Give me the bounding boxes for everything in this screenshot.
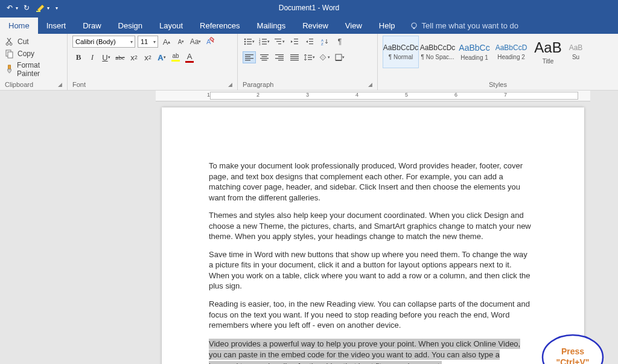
ruler-tick: 1 [207,92,210,98]
window-title: Document1 - Word [279,4,339,12]
page[interactable]: To make your document look professionall… [162,107,584,364]
font-family-select[interactable]: Calibri (Body)▾ [72,36,135,48]
superscript-button[interactable]: x2 [142,51,154,63]
paragraph-5-selected[interactable]: Video provides a powerful way to help yo… [209,339,520,364]
svg-point-10 [244,39,246,40]
callout-line1: Press [549,346,596,357]
bullets-button[interactable]: ▾ [243,36,256,48]
format-painter-button[interactable]: Format Painter [5,60,62,79]
underline-button[interactable]: U▾ [100,51,112,63]
borders-button[interactable]: ▾ [333,51,346,63]
callout-line2: "Ctrl+V" [549,357,596,365]
svg-rect-47 [290,58,299,59]
tab-home[interactable]: Home [0,18,38,34]
svg-rect-21 [262,43,267,44]
undo-button[interactable]: ↶ [4,2,16,14]
svg-rect-6 [8,52,13,58]
svg-rect-2 [413,28,415,29]
style-heading-2[interactable]: AaBbCcDHeading 2 [493,36,529,68]
show-hide-button[interactable]: ¶ [333,36,346,48]
style-no-spacing[interactable]: AaBbCcDc¶ No Spac... [419,36,456,68]
align-center-button[interactable] [258,51,271,63]
tab-layout[interactable]: Layout [151,18,191,34]
align-right-button[interactable] [273,51,286,63]
tab-mailings[interactable]: Mailings [249,18,295,34]
style-subtitle[interactable]: AaBSu [567,36,585,68]
svg-point-14 [244,43,246,45]
ruler-tick: 4 [355,92,358,98]
tab-view[interactable]: View [337,18,371,34]
redo-button[interactable]: ↻ [21,2,33,14]
svg-rect-13 [247,41,252,42]
tab-help[interactable]: Help [371,18,404,34]
ruler-tick: 6 [454,92,457,98]
svg-rect-25 [294,39,298,39]
svg-rect-40 [262,60,267,60]
style-title[interactable]: AaBTitle [530,36,566,68]
tab-insert[interactable]: Insert [38,18,75,34]
copy-button[interactable]: Copy [5,48,62,60]
tab-references[interactable]: References [191,18,248,34]
brush-icon [5,65,14,74]
paragraph-1[interactable]: To make your document look professionall… [209,161,531,203]
shading-button[interactable]: ▾ [318,51,331,63]
svg-rect-45 [290,54,299,55]
svg-point-3 [6,43,8,45]
change-case-button[interactable]: Aa▾ [190,36,202,48]
svg-rect-17 [262,39,267,39]
svg-rect-27 [294,43,298,44]
multilevel-button[interactable]: ▾ [273,36,286,48]
tab-draw[interactable]: Draw [74,18,109,34]
styles-gallery: AaBbCcDc¶ Normal AaBbCcDc¶ No Spac... Aa… [383,36,613,68]
shrink-font-button[interactable]: A▾ [175,36,187,48]
justify-button[interactable] [288,51,301,63]
tab-review[interactable]: Review [294,18,337,34]
tab-design[interactable]: Design [110,18,151,34]
tell-me-search[interactable]: Tell me what you want to do [404,18,524,34]
paragraph-3[interactable]: Save time in Word with new buttons that … [209,249,531,292]
line-spacing-button[interactable]: ▾ [303,51,316,63]
italic-button[interactable]: I [86,51,98,63]
clipboard-launcher[interactable]: ◢ [58,81,62,88]
ruler[interactable]: 1234567 [156,91,590,101]
svg-rect-28 [309,39,313,39]
svg-text:3: 3 [259,43,261,45]
font-color-button[interactable]: A [183,51,196,63]
bold-button[interactable]: B [72,51,84,63]
cut-button[interactable]: Cut [5,36,62,48]
paragraph-2[interactable]: Themes and styles also help keep your do… [209,210,531,242]
svg-rect-24 [278,43,281,44]
subscript-button[interactable]: x2 [128,51,140,63]
increase-indent-button[interactable] [303,36,316,48]
numbering-button[interactable]: 123▾ [258,36,271,48]
ruler-tick: 2 [256,92,260,98]
scissors-icon [5,37,14,46]
highlighter-qat-icon[interactable] [35,2,47,14]
style-normal[interactable]: AaBbCcDc¶ Normal [383,36,419,68]
highlight-color-button[interactable]: ab [170,51,182,63]
paragraph-label: Paragraph [243,81,273,88]
qat-customize[interactable]: ▾ [56,5,58,11]
svg-rect-29 [309,41,313,42]
decrease-indent-button[interactable] [288,36,301,48]
highlighter-dropdown[interactable]: ▾ [47,5,49,11]
font-size-select[interactable]: 11▾ [138,36,158,48]
svg-rect-11 [247,39,252,39]
document-area: 1234567 To make your document look profe… [0,91,618,364]
svg-rect-33 [245,54,253,55]
style-heading-1[interactable]: AaBbCcHeading 1 [456,36,492,68]
paragraph-launcher[interactable]: ◢ [368,81,372,88]
align-left-button[interactable] [243,51,256,63]
svg-rect-49 [308,55,312,56]
undo-dropdown[interactable]: ▾ [16,5,18,11]
clear-format-button[interactable]: A [204,36,216,48]
svg-point-12 [244,41,246,43]
svg-rect-35 [245,58,253,59]
paragraph-4[interactable]: Reading is easier, too, in the new Readi… [209,299,531,331]
font-launcher[interactable]: ◢ [228,81,232,88]
strike-button[interactable]: abc [114,51,126,63]
quick-access-toolbar: ↶ ▾ ↻ ▾ ▾ [0,2,58,14]
grow-font-button[interactable]: A▴ [161,36,173,48]
text-effects-button[interactable]: A▾ [156,51,168,63]
sort-button[interactable]: AZ [318,36,331,48]
